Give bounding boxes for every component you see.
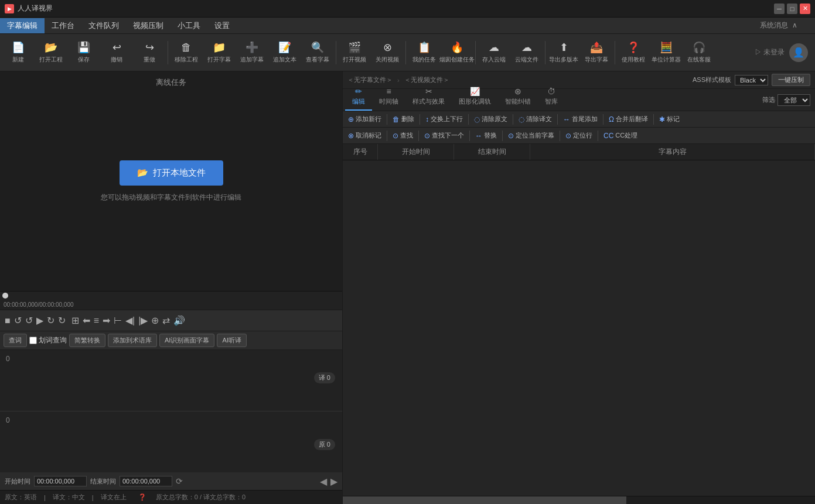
expand-button[interactable]: ⊕ [151, 315, 159, 326]
tab-edit[interactable]: ✏ 编辑 [345, 84, 372, 111]
close-button[interactable]: ✕ [800, 4, 810, 14]
forward-button[interactable]: ↻ [47, 315, 54, 326]
col-seq-label: 序号 [353, 147, 367, 157]
play-button[interactable]: ▶ [36, 315, 43, 326]
align-center-button[interactable]: ≡ [94, 316, 99, 326]
find-button[interactable]: ⊙ 查找 [390, 130, 416, 141]
repeat-button[interactable]: ⇄ [162, 315, 170, 326]
export-subtitle-button[interactable]: 📤 导出字幕 [581, 36, 612, 69]
calculator-button[interactable]: 🧮 单位计算器 [650, 36, 682, 69]
stop-button[interactable]: ■ [5, 316, 11, 326]
menu-item-file-queue[interactable]: 文件队列 [81, 18, 126, 33]
end-time-input[interactable] [120, 476, 172, 486]
menu-item-video-compress[interactable]: 视频压制 [126, 18, 170, 33]
rotate-icon[interactable]: ⟳ [176, 476, 183, 486]
tab-ai-correct[interactable]: ⊛ 智能纠错 [498, 84, 538, 111]
scrollbar-thumb[interactable] [343, 496, 626, 504]
cloud-file-button[interactable]: ☁ 云端文件 [511, 36, 543, 69]
add-subtitle-button[interactable]: ➕ 追加字幕 [236, 36, 268, 69]
add-row-button[interactable]: ⊕ 添加新行 [345, 114, 384, 125]
save-button[interactable]: 💾 保存 [68, 36, 100, 69]
word-query-check[interactable] [29, 337, 37, 344]
align-left-button[interactable]: ⬅ [83, 315, 90, 326]
align-out-button[interactable]: ⊢ [114, 315, 122, 326]
et2-sep-5 [560, 131, 560, 141]
tab-timeline[interactable]: ≡ 时间轴 [372, 84, 405, 111]
swap-updown-button[interactable]: ↕ 交换上下行 [422, 114, 466, 125]
window-controls: ─ □ ✕ [774, 4, 810, 14]
minimize-button[interactable]: ─ [774, 4, 785, 14]
create-task-button[interactable]: 🔥 烟囱创建任务 [441, 36, 473, 69]
add-text-button[interactable]: 📝 追加文本 [269, 36, 301, 69]
prev-subtitle-button[interactable]: ◀ [320, 476, 327, 487]
close-video-button[interactable]: ⊗ 关闭视频 [371, 36, 403, 69]
tab-graph[interactable]: 📈 图形化调轨 [452, 84, 498, 111]
cc-process-button[interactable]: CC CC处理 [601, 130, 640, 141]
replay-slow-button[interactable]: ↺ [14, 315, 22, 326]
start-time-input[interactable] [34, 476, 87, 486]
prev-frame-button[interactable]: ◀| [125, 315, 135, 326]
clear-trans-button[interactable]: ◌ 清除译文 [516, 114, 555, 125]
open-file-button[interactable]: 📂 打开本地文件 [120, 160, 223, 186]
open-video-button[interactable]: 🎬 打开视频 [339, 36, 370, 69]
ass-style-select[interactable]: Black [735, 75, 768, 85]
remove-project-button[interactable]: 🗑 移除工程 [170, 36, 202, 69]
undo-button[interactable]: ↩ 撤销 [101, 36, 132, 69]
next-frame-button[interactable]: |▶ [138, 315, 148, 326]
replace-button[interactable]: ↔ 替换 [472, 130, 500, 141]
delete-button[interactable]: 🗑 删除 [390, 114, 417, 125]
view-subtitle-button[interactable]: 🔍 查看字幕 [302, 36, 333, 69]
clear-orig-button[interactable]: ◌ 清除原文 [471, 114, 510, 125]
export-multi-button[interactable]: ⬆ 导出多版本 [548, 36, 579, 69]
filter-select[interactable]: 全部 原文 译文 [778, 94, 810, 106]
menu-item-subtitle-edit[interactable]: 字幕编辑 [0, 18, 45, 33]
volume-button[interactable]: 🔊 [173, 315, 185, 326]
timeline-slider[interactable] [0, 291, 342, 299]
new-button[interactable]: 📄 新建 [2, 36, 34, 69]
open-subtitle-button[interactable]: 📁 打开字幕 [203, 36, 235, 69]
menu-item-workbench[interactable]: 工作台 [45, 18, 81, 33]
trad-simp-button[interactable]: 简繁转换 [69, 334, 105, 347]
menu-item-settings[interactable]: 设置 [207, 18, 237, 33]
my-tasks-button[interactable]: 📋 我的任务 [408, 36, 440, 69]
et2-sep-1 [387, 131, 387, 141]
locate-cur-button[interactable]: ⊙ 定位当前字幕 [505, 130, 557, 141]
open-subtitle-icon: 📁 [213, 41, 226, 54]
replay-button[interactable]: ↺ [25, 315, 33, 326]
tutorial-button[interactable]: ❓ 使用教程 [618, 36, 649, 69]
system-message[interactable]: 系统消息 ∧ [760, 20, 815, 30]
menu-item-tools[interactable]: 小工具 [170, 18, 207, 33]
ai-listen-button[interactable]: AI听译 [217, 334, 246, 347]
tab-smart-lib[interactable]: ⏱ 智库 [538, 84, 565, 111]
merge-trans-button[interactable]: Ω 合并后翻译 [606, 114, 651, 125]
time-text: 00:00:00,000/00:00:00,000 [4, 301, 74, 308]
ai-ocr-button[interactable]: AI识别画面字幕 [159, 334, 214, 347]
next-subtitle-button[interactable]: ▶ [330, 476, 337, 487]
mark-button[interactable]: ✱ 标记 [656, 114, 683, 125]
help-icon[interactable]: ❓ [138, 493, 146, 501]
toolbar-separator-5 [545, 41, 545, 64]
redo-button[interactable]: ↪ 重做 [134, 36, 165, 69]
query-button[interactable]: 查词 [4, 334, 27, 347]
find-icon: ⊙ [393, 132, 398, 140]
tab-style[interactable]: ✂ 样式与效果 [405, 84, 452, 111]
online-service-button[interactable]: 🎧 在线客服 [683, 36, 715, 69]
find-next-button[interactable]: ⊙ 查找下一个 [421, 130, 467, 141]
maximize-button[interactable]: □ [787, 4, 797, 14]
align-right-button[interactable]: ➡ [103, 315, 110, 326]
forward-fast-button[interactable]: ↻ [58, 315, 66, 326]
open-project-button[interactable]: 📂 打开工程 [35, 36, 67, 69]
save-cloud-button[interactable]: ☁ 存入云端 [478, 36, 510, 69]
toolbar-separator [168, 41, 168, 64]
add-vocab-button[interactable]: 添加到术语库 [108, 334, 157, 347]
user-avatar[interactable]: 👤 [789, 43, 808, 62]
head-tail-button[interactable]: ↔ 首尾添加 [560, 114, 601, 125]
horizontal-scrollbar[interactable] [343, 496, 815, 504]
login-status[interactable]: ▷ 未登录 [755, 47, 785, 57]
cancel-mark-button[interactable]: ⊗ 取消标记 [345, 130, 384, 141]
one-click-button[interactable]: 一键压制 [772, 74, 810, 86]
multi-layout-button[interactable]: ⊞ [71, 315, 79, 326]
locate-row-button[interactable]: ⊙ 定位行 [562, 130, 595, 141]
cc-process-icon: CC [603, 132, 613, 140]
right-panel: ＜无字幕文件＞ › ＜无视频文件＞ ASS样式模板 Black 一键压制 ✏ 编… [343, 71, 815, 504]
